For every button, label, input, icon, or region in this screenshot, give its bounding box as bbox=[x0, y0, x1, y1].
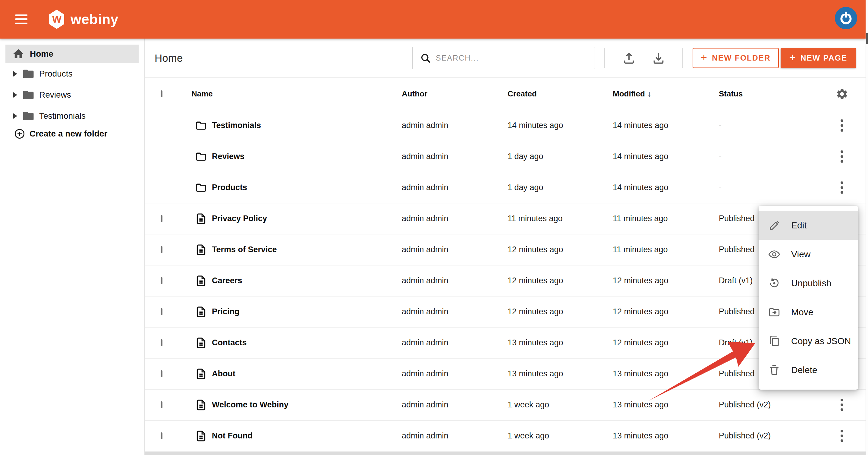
sidebar-folder-item[interactable]: Products bbox=[0, 63, 144, 85]
export-download-icon[interactable] bbox=[652, 51, 665, 65]
table-row[interactable]: Careers admin admin 12 minutes ago 12 mi… bbox=[145, 265, 866, 296]
row-author: admin admin bbox=[402, 369, 507, 379]
row-modified: 12 minutes ago bbox=[613, 307, 719, 316]
row-name[interactable]: Pricing bbox=[212, 307, 240, 316]
table-settings-button[interactable] bbox=[836, 88, 848, 100]
row-checkbox[interactable] bbox=[161, 215, 162, 222]
context-menu-item-label: Move bbox=[791, 307, 813, 317]
table-row[interactable]: Reviews admin admin 1 day ago 14 minutes… bbox=[145, 141, 866, 172]
table-row[interactable]: Welcome to Webiny admin admin 1 week ago… bbox=[145, 390, 866, 421]
column-header-name[interactable]: Name bbox=[191, 89, 402, 99]
document-icon bbox=[195, 368, 207, 380]
table-row[interactable]: Privacy Policy admin admin 11 minutes ag… bbox=[145, 203, 866, 234]
context-menu-item-label: Copy as JSON bbox=[791, 336, 851, 346]
document-icon bbox=[195, 213, 207, 225]
row-checkbox[interactable] bbox=[161, 308, 162, 315]
row-actions-kebab-button[interactable] bbox=[839, 180, 845, 196]
import-upload-icon[interactable] bbox=[622, 51, 636, 65]
row-created: 12 minutes ago bbox=[507, 276, 613, 285]
row-author: admin admin bbox=[402, 307, 507, 316]
row-checkbox[interactable] bbox=[161, 277, 162, 284]
search-input[interactable] bbox=[436, 54, 595, 62]
sidebar-folder-item[interactable]: Reviews bbox=[0, 85, 144, 105]
trash-icon bbox=[768, 364, 781, 376]
new-page-button[interactable]: + NEW PAGE bbox=[781, 48, 856, 68]
column-header-author[interactable]: Author bbox=[402, 89, 507, 99]
document-icon bbox=[195, 399, 207, 411]
toolbar-divider bbox=[682, 48, 683, 68]
user-avatar[interactable] bbox=[835, 7, 857, 29]
toolbar-divider bbox=[604, 48, 605, 68]
row-status-badge: Published (v2) bbox=[719, 431, 818, 441]
table-row[interactable]: Not Found admin admin 1 week ago 13 minu… bbox=[145, 421, 866, 452]
row-modified: 11 minutes ago bbox=[613, 214, 719, 223]
table-header-row: Name Author Created Modified↓ Status bbox=[145, 78, 866, 110]
hamburger-menu-icon[interactable] bbox=[16, 14, 27, 24]
sidebar-folder-item[interactable]: Testimonials bbox=[0, 105, 144, 127]
table-row[interactable]: Contacts admin admin 13 minutes ago 12 m… bbox=[145, 328, 866, 359]
context-menu-item[interactable]: Copy as JSON bbox=[758, 327, 858, 356]
page-list-main: Home + NEW FOLDER + NEW PAGE Name Author… bbox=[145, 39, 866, 455]
row-name[interactable]: Contacts bbox=[212, 338, 247, 348]
new-folder-button[interactable]: + NEW FOLDER bbox=[692, 48, 779, 68]
table-row[interactable]: Products admin admin 1 day ago 14 minute… bbox=[145, 172, 866, 203]
create-new-folder-button[interactable]: Create a new folder bbox=[0, 125, 107, 142]
row-author: admin admin bbox=[402, 276, 507, 285]
context-menu-item[interactable]: Edit bbox=[758, 211, 858, 240]
row-name[interactable]: Reviews bbox=[212, 152, 244, 161]
table-row[interactable]: Terms of Service admin admin 12 minutes … bbox=[145, 234, 866, 265]
table-row[interactable]: Testimonials admin admin 14 minutes ago … bbox=[145, 110, 866, 141]
row-name[interactable]: Careers bbox=[212, 276, 242, 285]
row-checkbox[interactable] bbox=[161, 401, 162, 408]
row-checkbox[interactable] bbox=[161, 370, 162, 377]
plus-circle-icon bbox=[14, 128, 25, 139]
chevron-right-icon[interactable] bbox=[13, 71, 17, 76]
row-name[interactable]: Welcome to Webiny bbox=[212, 400, 288, 410]
power-icon bbox=[838, 10, 854, 26]
row-name[interactable]: Products bbox=[212, 183, 247, 192]
row-created: 12 minutes ago bbox=[507, 307, 613, 316]
row-actions-kebab-button[interactable] bbox=[839, 397, 845, 413]
row-name[interactable]: Terms of Service bbox=[212, 245, 277, 254]
row-created: 14 minutes ago bbox=[507, 121, 613, 130]
context-menu-item[interactable]: Unpublish bbox=[758, 269, 858, 298]
row-actions-kebab-button[interactable] bbox=[839, 149, 845, 165]
row-created: 1 day ago bbox=[507, 152, 613, 161]
sidebar-folder-label: Products bbox=[39, 69, 73, 79]
column-header-status[interactable]: Status bbox=[719, 89, 818, 99]
context-menu-item-label: View bbox=[791, 249, 810, 259]
row-name[interactable]: About bbox=[212, 369, 236, 379]
row-checkbox[interactable] bbox=[161, 246, 162, 253]
column-header-modified[interactable]: Modified↓ bbox=[613, 89, 719, 99]
table-row[interactable]: About admin admin 13 minutes ago 13 minu… bbox=[145, 359, 866, 390]
sort-descending-icon: ↓ bbox=[647, 89, 652, 98]
row-name[interactable]: Not Found bbox=[212, 431, 253, 441]
context-menu-item[interactable]: Delete bbox=[758, 356, 858, 385]
context-menu-item[interactable]: View bbox=[758, 240, 858, 269]
webiny-logo[interactable]: W webiny bbox=[48, 10, 119, 29]
table-row[interactable]: Pricing admin admin 12 minutes ago 12 mi… bbox=[145, 296, 866, 328]
home-icon bbox=[12, 47, 25, 60]
row-actions-kebab-button[interactable] bbox=[839, 428, 845, 444]
chevron-right-icon[interactable] bbox=[13, 113, 17, 119]
row-name[interactable]: Privacy Policy bbox=[212, 214, 267, 223]
row-actions-kebab-button[interactable] bbox=[839, 118, 845, 133]
folder-tree-sidebar: Home Products Reviews Testimonials Creat… bbox=[0, 39, 145, 455]
page-title: Home bbox=[155, 52, 183, 64]
column-header-created[interactable]: Created bbox=[507, 89, 613, 99]
document-icon bbox=[195, 244, 207, 256]
sidebar-item-home[interactable]: Home bbox=[5, 44, 138, 63]
scrollbar-thumb[interactable] bbox=[866, 33, 868, 44]
chevron-right-icon[interactable] bbox=[13, 92, 17, 98]
sidebar-folder-list: Products Reviews Testimonials bbox=[0, 63, 144, 127]
row-status-badge: Published (v2) bbox=[719, 400, 818, 410]
row-context-menu: Edit View Unpublish Move Copy as JSON De… bbox=[758, 206, 858, 390]
row-modified: 14 minutes ago bbox=[613, 183, 719, 192]
row-name[interactable]: Testimonials bbox=[212, 121, 261, 130]
scrollbar[interactable] bbox=[866, 0, 868, 455]
select-all-checkbox[interactable] bbox=[161, 90, 162, 97]
row-checkbox[interactable] bbox=[161, 432, 162, 439]
row-author: admin admin bbox=[402, 338, 507, 348]
context-menu-item[interactable]: Move bbox=[758, 298, 858, 327]
row-checkbox[interactable] bbox=[161, 339, 162, 346]
